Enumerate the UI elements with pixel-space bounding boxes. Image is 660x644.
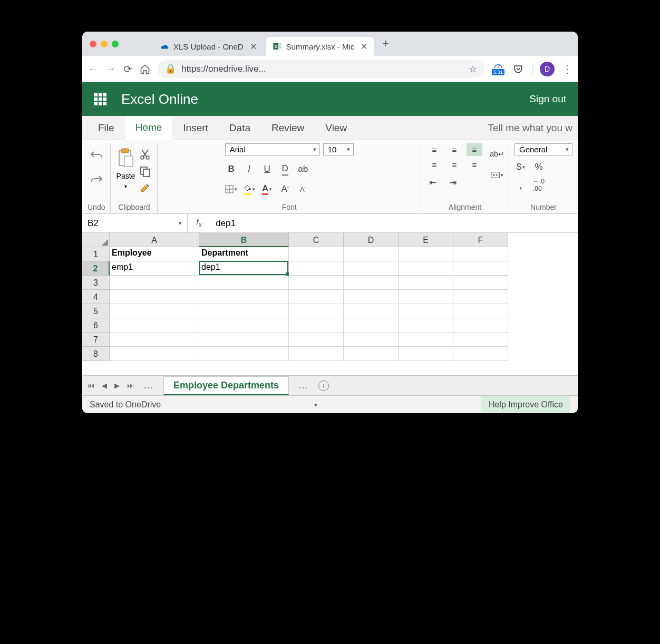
last-sheet-button[interactable]: ⏭ xyxy=(127,382,134,389)
cell-A4[interactable] xyxy=(110,290,199,304)
comma-button[interactable]: , xyxy=(515,179,527,191)
align-top-button[interactable]: ≡ xyxy=(426,143,442,156)
cell-B6[interactable] xyxy=(199,318,289,333)
collapse-caret-icon[interactable]: ▾ xyxy=(314,401,317,408)
formula-input[interactable]: dep1 xyxy=(210,218,578,229)
cell-C4[interactable] xyxy=(289,290,344,304)
undo-button[interactable] xyxy=(90,148,103,161)
cell-E3[interactable] xyxy=(399,276,453,290)
align-left-button[interactable]: ≡ xyxy=(426,158,442,171)
close-window-button[interactable] xyxy=(90,41,96,47)
bold-button[interactable]: B xyxy=(225,163,238,175)
cell-B3[interactable] xyxy=(199,276,289,290)
select-all-corner[interactable] xyxy=(82,233,110,247)
browser-menu-button[interactable]: ⋮ xyxy=(562,63,572,75)
app-launcher-icon[interactable] xyxy=(94,93,106,105)
cell-A8[interactable] xyxy=(110,347,199,361)
italic-button[interactable]: I xyxy=(243,163,256,175)
back-button[interactable]: ← xyxy=(88,63,98,75)
new-tab-button[interactable]: + xyxy=(377,37,394,51)
shrink-font-button[interactable]: Aˇ xyxy=(297,183,309,196)
prev-sheet-button[interactable]: ◀ xyxy=(102,382,107,389)
cell-E1[interactable] xyxy=(399,247,453,261)
cell-E6[interactable] xyxy=(399,318,453,333)
browser-tab-onedrive[interactable]: XLS Upload - OneD ✕ xyxy=(153,37,263,56)
redo-button[interactable] xyxy=(90,172,103,186)
cell-F8[interactable] xyxy=(453,347,508,361)
row-header-5[interactable]: 5 xyxy=(82,304,110,318)
cell-F5[interactable] xyxy=(453,304,508,318)
cell-F3[interactable] xyxy=(453,276,508,290)
cell-B1[interactable]: Department xyxy=(199,247,289,261)
cell-B2[interactable]: dep1 xyxy=(199,261,289,276)
cell-A1[interactable]: Employee xyxy=(110,247,199,261)
row-header-6[interactable]: 6 xyxy=(82,318,110,333)
cell-B8[interactable] xyxy=(199,347,289,361)
cell-F2[interactable] xyxy=(453,261,508,276)
cell-F6[interactable] xyxy=(453,318,508,333)
reload-button[interactable]: ⟳ xyxy=(123,63,132,75)
cell-E2[interactable] xyxy=(399,261,453,276)
borders-button[interactable]: ▾ xyxy=(225,183,238,196)
cell-E4[interactable] xyxy=(399,290,453,304)
row-header-7[interactable]: 7 xyxy=(82,333,110,347)
cell-D8[interactable] xyxy=(344,347,399,361)
underline-button[interactable]: U xyxy=(261,163,274,175)
tell-me-search[interactable]: Tell me what you w xyxy=(477,116,572,140)
close-tab-icon[interactable]: ✕ xyxy=(361,42,367,52)
column-header-B[interactable]: B xyxy=(199,233,289,247)
maximize-window-button[interactable] xyxy=(112,41,119,47)
currency-button[interactable]: $▾ xyxy=(515,161,527,173)
grow-font-button[interactable]: Aˆ xyxy=(279,183,292,196)
first-sheet-button[interactable]: ⏮ xyxy=(88,382,94,389)
profile-avatar[interactable]: D xyxy=(540,62,555,76)
number-format-select[interactable]: General xyxy=(515,143,572,155)
pocket-extension-icon[interactable] xyxy=(512,63,525,75)
cell-D7[interactable] xyxy=(344,333,399,347)
cut-button[interactable] xyxy=(138,148,152,161)
name-box[interactable]: B2 xyxy=(82,214,188,232)
add-sheet-button[interactable]: + xyxy=(318,380,329,391)
font-size-select[interactable]: 10 xyxy=(323,143,354,155)
cell-F1[interactable] xyxy=(453,247,508,261)
cell-E7[interactable] xyxy=(399,333,453,347)
cell-C1[interactable] xyxy=(289,247,344,261)
cell-A7[interactable] xyxy=(110,333,199,347)
fill-color-button[interactable]: ▾ xyxy=(243,183,256,196)
align-bottom-button[interactable]: ≡ xyxy=(467,143,482,156)
cell-B5[interactable] xyxy=(199,304,289,318)
tab-data[interactable]: Data xyxy=(219,116,261,140)
forward-button[interactable]: → xyxy=(105,63,116,75)
cell-D3[interactable] xyxy=(344,276,399,290)
align-right-button[interactable]: ≡ xyxy=(467,158,482,171)
tab-review[interactable]: Review xyxy=(261,116,315,140)
column-header-E[interactable]: E xyxy=(399,233,453,247)
column-header-D[interactable]: D xyxy=(344,233,399,247)
paste-button[interactable]: Paste ▾ xyxy=(116,143,135,189)
row-header-2[interactable]: 2 xyxy=(82,261,110,276)
cell-C7[interactable] xyxy=(289,333,344,347)
cell-F7[interactable] xyxy=(453,333,508,347)
cell-B7[interactable] xyxy=(199,333,289,347)
font-name-select[interactable]: Arial xyxy=(225,143,320,155)
align-middle-button[interactable]: ≡ xyxy=(447,143,462,156)
bookmark-star-icon[interactable]: ☆ xyxy=(469,63,477,75)
pagespeed-extension-icon[interactable]: 5.31 xyxy=(492,63,504,75)
cell-E8[interactable] xyxy=(399,347,453,361)
cell-A2[interactable]: emp1 xyxy=(110,261,199,276)
column-header-A[interactable]: A xyxy=(110,233,199,247)
wrap-text-button[interactable]: ab↵ xyxy=(491,148,503,160)
cell-C6[interactable] xyxy=(289,318,344,333)
strikethrough-button[interactable]: ab xyxy=(297,163,309,175)
grid-body[interactable]: EmployeeDepartmentemp1dep1 xyxy=(110,247,508,375)
cell-D4[interactable] xyxy=(344,290,399,304)
sheet-list-menu[interactable]: … xyxy=(140,380,157,391)
cell-D1[interactable] xyxy=(344,247,399,261)
merge-cells-button[interactable]: ▾ xyxy=(491,169,503,181)
row-header-3[interactable]: 3 xyxy=(82,276,110,290)
sign-out-link[interactable]: Sign out xyxy=(529,93,566,105)
tab-file[interactable]: File xyxy=(88,116,125,140)
cell-A5[interactable] xyxy=(110,304,199,318)
home-button[interactable] xyxy=(140,64,150,74)
cell-D2[interactable] xyxy=(344,261,399,276)
